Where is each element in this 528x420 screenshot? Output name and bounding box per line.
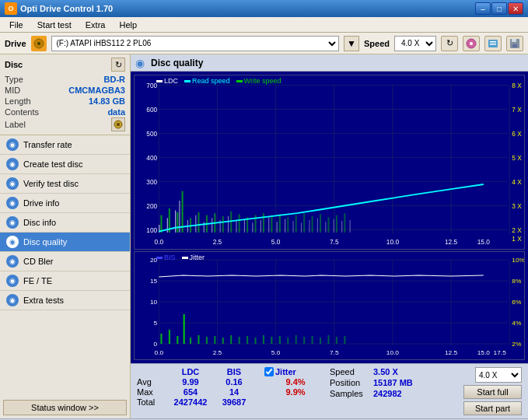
disc-type-label: Type (5, 75, 23, 84)
maximize-button[interactable]: □ (491, 2, 507, 15)
sidebar-item-drive-info[interactable]: ◉ Drive info (0, 194, 130, 213)
sidebar-item-create-test-disc[interactable]: ◉ Create test disc (0, 155, 130, 174)
legend-jitter: Jitter (182, 254, 205, 261)
svg-rect-76 (177, 212, 178, 233)
disc-label-row: Label (5, 117, 125, 131)
legend-read-speed: Read speed (184, 77, 230, 85)
read-speed-legend-label: Read speed (192, 77, 230, 85)
menu-bar: File Start test Extra Help (0, 17, 528, 33)
svg-point-11 (117, 123, 120, 126)
sidebar-item-cd-bler[interactable]: ◉ CD Bler (0, 252, 130, 271)
start-part-button[interactable]: Start part (463, 401, 522, 415)
disc-title: Disc (5, 60, 23, 69)
refresh-icon-button[interactable]: ↻ (441, 36, 458, 51)
save-icon-button[interactable] (506, 36, 523, 51)
svg-rect-142 (263, 335, 264, 344)
svg-rect-131 (177, 336, 178, 344)
svg-rect-90 (287, 217, 288, 233)
disc-contents-label: Contents (5, 107, 39, 117)
disc-length-label: Length (5, 96, 31, 106)
sidebar-item-transfer-rate[interactable]: ◉ Transfer rate (0, 135, 130, 155)
svg-text:2.5: 2.5 (213, 349, 222, 356)
drive-selector[interactable]: (F:) ATAPI iHBS112 2 PL06 (51, 36, 339, 51)
svg-rect-139 (239, 337, 240, 344)
svg-rect-147 (303, 337, 305, 344)
svg-text:12.5: 12.5 (445, 349, 458, 356)
svg-point-3 (470, 42, 473, 45)
svg-rect-82 (222, 216, 224, 233)
avg-label: Avg (137, 377, 166, 387)
svg-point-1 (37, 42, 40, 45)
transfer-rate-icon: ◉ (6, 138, 19, 151)
svg-rect-65 (285, 219, 285, 233)
stats-row: LDC BIS Avg 9.99 0.16 Max 654 14 Total 2… (131, 363, 528, 418)
start-full-button[interactable]: Start full (463, 385, 522, 399)
svg-rect-130 (169, 330, 170, 344)
settings-icon-button[interactable] (484, 36, 502, 51)
nav-items: ◉ Transfer rate ◉ Create test disc ◉ Ver… (0, 135, 130, 397)
drive-info-label: Drive info (23, 198, 59, 208)
svg-text:15.0: 15.0 (477, 237, 490, 246)
svg-rect-93 (312, 216, 313, 233)
disc-quality-header-icon: ◉ (135, 57, 148, 69)
svg-text:10: 10 (150, 299, 158, 306)
svg-rect-137 (222, 338, 224, 344)
ldc-bis-stats: LDC BIS Avg 9.99 0.16 Max 654 14 Total 2… (137, 367, 261, 407)
svg-rect-70 (325, 222, 326, 233)
disc-label-icon-button[interactable] (111, 117, 125, 131)
menu-extra[interactable]: Extra (79, 19, 112, 30)
speed-label: Speed (364, 39, 390, 48)
svg-text:0.0: 0.0 (155, 237, 164, 246)
sidebar: Disc ↻ Type BD-R MID CMCMAGBA3 Length 14… (0, 54, 131, 418)
legend-ldc: LDC (156, 77, 178, 85)
speed-stat-value: 3.50 X (373, 367, 398, 376)
disc-header: Disc ↻ (5, 58, 125, 72)
menu-start-test[interactable]: Start test (31, 19, 78, 30)
test-speed-dropdown[interactable]: 4.0 X (475, 367, 522, 383)
drive-info-icon: ◉ (6, 197, 19, 209)
sidebar-item-extra-tests[interactable]: ◉ Extra tests (0, 291, 130, 310)
lower-chart: BIS Jitter (134, 251, 525, 360)
minimize-button[interactable]: – (475, 2, 491, 15)
menu-help[interactable]: Help (113, 19, 143, 30)
verify-test-disc-label: Verify test disc (23, 179, 79, 188)
avg-bis: 0.16 (215, 377, 254, 387)
disc-info-panel: Disc ↻ Type BD-R MID CMCMAGBA3 Length 14… (0, 54, 130, 135)
svg-rect-59 (236, 221, 236, 233)
sidebar-item-fe-te[interactable]: ◉ FE / TE (0, 271, 130, 291)
svg-rect-132 (184, 314, 185, 344)
disc-info-label: Disc info (23, 218, 56, 227)
svg-rect-150 (327, 335, 329, 344)
jitter-checkbox[interactable] (264, 367, 274, 376)
drive-arrow-button[interactable]: ▼ (344, 36, 359, 51)
svg-rect-50 (167, 218, 168, 233)
svg-rect-60 (244, 219, 245, 233)
svg-text:7 X: 7 X (512, 105, 522, 114)
disc-icon-button[interactable] (463, 36, 480, 51)
svg-text:400: 400 (146, 153, 157, 162)
svg-rect-96 (336, 215, 337, 233)
svg-rect-152 (344, 336, 345, 344)
speed-selector[interactable]: 4.0 X (394, 36, 436, 51)
max-ldc: 654 (166, 387, 215, 397)
status-window-button[interactable]: Status window >> (3, 400, 127, 415)
sidebar-item-verify-test-disc[interactable]: ◉ Verify test disc (0, 174, 130, 194)
total-label: Total (137, 397, 166, 407)
title-bar-left: O Opti Drive Control 1.70 (5, 2, 113, 15)
extra-tests-icon: ◉ (6, 294, 19, 306)
menu-file[interactable]: File (3, 19, 30, 30)
svg-text:17.5: 17.5 (494, 349, 507, 356)
sidebar-item-disc-quality[interactable]: ◉ Disc quality (0, 233, 130, 252)
content-header: ◉ Disc quality (131, 54, 528, 72)
svg-rect-143 (271, 337, 272, 344)
disc-quality-label: Disc quality (23, 237, 67, 247)
sidebar-item-disc-info[interactable]: ◉ Disc info (0, 213, 130, 233)
app-icon: O (5, 2, 17, 15)
svg-rect-5 (490, 41, 496, 43)
disc-refresh-button[interactable]: ↻ (111, 58, 125, 72)
svg-rect-138 (230, 335, 232, 344)
svg-rect-62 (261, 220, 261, 233)
chart-area: LDC Read speed Write speed (131, 72, 528, 363)
action-controls: 4.0 X Start full Start part (463, 367, 522, 415)
close-button[interactable]: ✕ (508, 2, 523, 15)
